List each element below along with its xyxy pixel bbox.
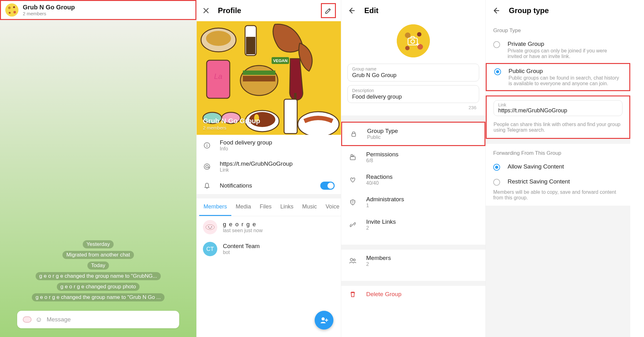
link-icon xyxy=(349,221,357,228)
member-row[interactable]: g e o r g elast seen just now xyxy=(197,216,341,238)
svg-point-40 xyxy=(411,40,415,43)
permissions-icon xyxy=(349,154,357,161)
svg-point-31 xyxy=(208,227,209,227)
administrators-row[interactable]: Administrators1 xyxy=(341,191,485,213)
tab-files[interactable]: Files xyxy=(255,198,276,216)
svg-point-26 xyxy=(207,144,207,144)
hero-subtitle: 2 members xyxy=(203,125,260,130)
system-message: g e o r g e changed the group name to "G… xyxy=(36,272,161,280)
invite-links-row[interactable]: Invite Links2 xyxy=(341,213,485,236)
svg-point-33 xyxy=(322,317,325,320)
person-add-icon xyxy=(320,316,328,325)
radio-icon xyxy=(493,164,500,171)
svg-point-28 xyxy=(204,164,210,169)
restrict-saving-option[interactable]: Restrict Saving Content xyxy=(486,174,630,189)
edit-button[interactable] xyxy=(321,3,336,18)
at-icon xyxy=(203,163,211,171)
edit-panel: Edit Group name Grub N Go Group Descript… xyxy=(341,0,486,337)
svg-point-7 xyxy=(206,31,231,46)
add-member-fab[interactable] xyxy=(315,311,333,330)
chat-subtitle: 2 members xyxy=(23,11,75,16)
pencil-icon xyxy=(325,7,332,14)
svg-rect-41 xyxy=(352,134,356,136)
delete-group-row[interactable]: Delete Group xyxy=(341,286,485,303)
svg-rect-21 xyxy=(284,99,297,134)
svg-point-38 xyxy=(405,46,410,50)
tab-voice[interactable]: Voice xyxy=(321,198,344,216)
member-avatar xyxy=(203,220,217,234)
svg-point-4 xyxy=(9,12,11,14)
svg-point-3 xyxy=(13,11,16,13)
system-message[interactable]: Migrated from another chat xyxy=(62,251,134,259)
link-field[interactable]: Link https://t.me/GrubNGoGroup xyxy=(494,100,622,116)
svg-point-30 xyxy=(206,225,214,230)
link-block: Link https://t.me/GrubNGoGroup People ca… xyxy=(486,95,630,139)
svg-point-45 xyxy=(353,259,355,261)
chat-header[interactable]: Grub N Go Group 2 members xyxy=(0,0,196,20)
message-input[interactable]: ☺ Message xyxy=(17,311,179,328)
message-placeholder: Message xyxy=(47,316,71,323)
profile-header: Profile xyxy=(197,0,341,21)
svg-point-1 xyxy=(8,7,11,9)
svg-point-29 xyxy=(206,165,208,168)
svg-point-0 xyxy=(5,3,18,17)
group-type-row[interactable]: Group TypePublic xyxy=(341,122,485,146)
section-title: Forwarding From This Group xyxy=(486,144,630,159)
tab-members[interactable]: Members xyxy=(199,198,231,216)
svg-text:La: La xyxy=(214,72,223,81)
svg-point-44 xyxy=(350,258,353,261)
svg-rect-27 xyxy=(207,145,207,147)
chat-avatar xyxy=(5,3,18,17)
close-icon[interactable] xyxy=(202,6,210,15)
svg-point-32 xyxy=(211,227,212,227)
system-message: g e o r g e changed the group name to "G… xyxy=(32,293,165,301)
svg-text:VEGAN: VEGAN xyxy=(273,58,288,63)
back-icon[interactable] xyxy=(347,7,355,14)
radio-icon xyxy=(493,179,500,186)
svg-point-2 xyxy=(13,6,15,8)
info-row[interactable]: Food delivery groupInfo xyxy=(197,135,341,156)
people-icon xyxy=(349,257,357,264)
description-field[interactable]: Description Food delivery group 236 xyxy=(347,85,479,103)
emoji-icon[interactable]: ☺ xyxy=(35,315,42,324)
edit-avatar[interactable] xyxy=(397,24,430,57)
tab-media[interactable]: Media xyxy=(231,198,255,216)
link-row[interactable]: https://t.me/GrubNGoGroupLink xyxy=(197,156,341,177)
hero-text: Grub N Go Group 2 members xyxy=(203,117,260,130)
public-group-option[interactable]: Public GroupPublic groups can be found i… xyxy=(486,63,630,91)
profile-hero[interactable]: La VEGAN Grub N Go Group 2 members xyxy=(197,21,341,135)
svg-point-22 xyxy=(298,112,339,135)
camera-icon xyxy=(407,36,420,46)
group-type-header: Group type xyxy=(486,0,630,21)
link-description: People can share this link with others a… xyxy=(494,116,622,133)
private-group-option[interactable]: Private GroupPrivate groups can only be … xyxy=(486,37,630,63)
group-type-panel: Group type Group Type Private GroupPriva… xyxy=(486,0,630,337)
edit-header: Edit xyxy=(341,0,485,21)
permissions-row[interactable]: Permissions6/8 xyxy=(341,146,485,168)
lock-icon xyxy=(350,130,358,137)
svg-rect-9 xyxy=(246,37,255,54)
svg-rect-14 xyxy=(243,71,275,75)
date-badge: Yesterday xyxy=(83,240,114,248)
tab-music[interactable]: Music xyxy=(298,198,321,216)
allow-saving-option[interactable]: Allow Saving Content xyxy=(486,159,630,174)
radio-icon xyxy=(493,41,500,48)
chat-title: Grub N Go Group xyxy=(23,4,75,11)
sticker-icon[interactable] xyxy=(23,316,32,323)
member-row[interactable]: CT Content Teambot xyxy=(197,238,341,260)
restrict-description: Members will be able to copy, save and f… xyxy=(493,189,623,201)
group-name-field[interactable]: Group name Grub N Go Group xyxy=(347,64,479,81)
tab-links[interactable]: Links xyxy=(276,198,298,216)
notifications-toggle[interactable] xyxy=(320,182,335,190)
reactions-row[interactable]: Reactions40/40 xyxy=(341,168,485,191)
bell-icon xyxy=(203,182,211,190)
notifications-row[interactable]: Notifications xyxy=(197,177,341,194)
date-badge: Today xyxy=(87,261,109,270)
profile-title: Profile xyxy=(218,6,241,15)
svg-rect-39 xyxy=(408,38,417,45)
profile-panel: Profile La xyxy=(197,0,341,337)
members-row[interactable]: Members2 xyxy=(341,250,485,272)
profile-tabs: Members Media Files Links Music Voice xyxy=(197,198,341,216)
back-icon[interactable] xyxy=(492,7,499,14)
chat-panel: Grub N Go Group 2 members Yesterday Migr… xyxy=(0,0,197,337)
